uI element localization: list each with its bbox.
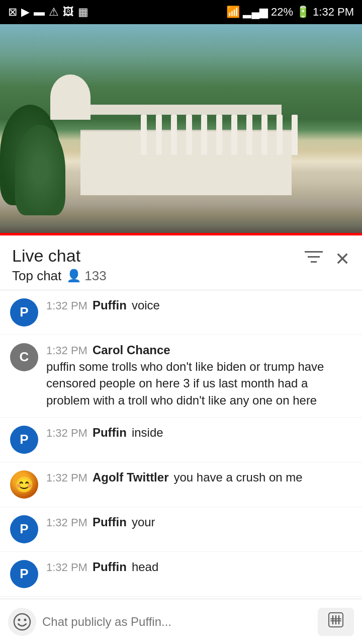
video-thumbnail[interactable] <box>0 24 362 235</box>
grid-icon: ▦ <box>78 6 88 19</box>
status-bar: ⊠ ▶ ▬ ⚠ 🖼 ▦ 📶 ▂▄▆ 22% 🔋 1:32 PM <box>0 0 362 24</box>
viewer-count: 👤 133 <box>66 268 106 284</box>
avatar: P <box>10 560 38 588</box>
chat-list: P 1:32 PM Puffin voice C 1:32 PM Carol C… <box>0 290 362 644</box>
battery-icon: 🔋 <box>296 6 310 19</box>
viewer-icon: 👤 <box>66 269 81 283</box>
message-text: puffin some trolls who don't like biden … <box>46 358 352 409</box>
message-meta: 1:32 PM Puffin inside <box>46 426 352 440</box>
chat-message: 😊 1:32 PM Agolf Twittler you have a crus… <box>0 462 362 507</box>
message-meta: 1:32 PM Agolf Twittler you have a crush … <box>46 470 352 485</box>
message-meta: 1:32 PM Puffin head <box>46 560 352 574</box>
svg-rect-2 <box>311 261 317 263</box>
avatar: P <box>10 298 38 327</box>
viewer-number: 133 <box>84 268 106 284</box>
message-author: Carol Chance <box>93 343 170 357</box>
send-icon <box>327 611 345 632</box>
message-author: Agolf Twittler <box>93 470 169 485</box>
message-time: 1:32 PM <box>46 516 87 529</box>
close-button[interactable]: ✕ <box>335 249 350 270</box>
chat-input-bar <box>0 599 362 644</box>
svg-point-4 <box>18 618 21 621</box>
chat-message: P 1:32 PM Puffin head <box>0 552 362 597</box>
message-body: 1:32 PM Agolf Twittler you have a crush … <box>46 470 352 485</box>
message-body: 1:32 PM Puffin inside <box>46 426 352 440</box>
message-body: 1:32 PM Puffin your <box>46 515 352 529</box>
message-time: 1:32 PM <box>46 299 87 312</box>
svg-point-3 <box>14 614 30 630</box>
chat-title: Live chat <box>12 246 107 266</box>
chat-title-area: Live chat Top chat 👤 133 <box>12 246 107 284</box>
m-icon: ⊠ <box>8 6 17 19</box>
filter-button[interactable] <box>305 249 323 269</box>
battery-percent: 22% <box>271 6 293 19</box>
message-meta: 1:32 PM Puffin your <box>46 515 352 529</box>
chat-input-field[interactable] <box>42 608 312 636</box>
message-text: inside <box>132 426 163 440</box>
chat-actions: ✕ <box>305 246 350 270</box>
message-text: head <box>132 560 158 574</box>
top-chat-label[interactable]: Top chat <box>12 268 61 284</box>
file-icon: ▬ <box>34 6 45 19</box>
chat-message: C 1:32 PM Carol Chance puffin some troll… <box>0 335 362 418</box>
message-author: Puffin <box>93 560 127 574</box>
status-icons: ⊠ ▶ ▬ ⚠ 🖼 ▦ <box>8 6 88 19</box>
chat-message: P 1:32 PM Puffin voice <box>0 290 362 335</box>
message-text: voice <box>132 298 160 312</box>
send-button[interactable] <box>318 608 354 636</box>
wh-roof <box>90 105 282 115</box>
signal-icon: ▂▄▆ <box>243 6 268 19</box>
whitehouse-building <box>40 95 362 195</box>
warning-icon: ⚠ <box>49 6 59 19</box>
video-background <box>0 24 362 235</box>
message-author: Puffin <box>93 426 127 440</box>
image-icon: 🖼 <box>63 6 74 19</box>
message-meta: 1:32 PM Carol Chance <box>46 343 352 357</box>
message-body: 1:32 PM Carol Chance puffin some trolls … <box>46 343 352 409</box>
chat-message: P 1:32 PM Puffin your <box>0 507 362 552</box>
clock: 1:32 PM <box>313 6 354 19</box>
play-icon: ▶ <box>21 6 30 19</box>
message-text: you have a crush on me <box>173 470 302 485</box>
chat-subtitle: Top chat 👤 133 <box>12 268 107 284</box>
message-author: Puffin <box>93 515 127 529</box>
message-text: your <box>132 515 155 529</box>
message-body: 1:32 PM Puffin voice <box>46 298 352 312</box>
chat-header: Live chat Top chat 👤 133 ✕ <box>0 235 362 290</box>
message-meta: 1:32 PM Puffin voice <box>46 298 352 312</box>
message-time: 1:32 PM <box>46 561 87 574</box>
message-time: 1:32 PM <box>46 471 87 485</box>
wh-columns <box>141 115 298 155</box>
message-time: 1:32 PM <box>46 344 87 357</box>
wh-main-building <box>80 130 292 195</box>
avatar-face: 😊 <box>10 470 38 499</box>
svg-rect-0 <box>305 251 323 253</box>
avatar: 😊 <box>10 470 38 499</box>
message-time: 1:32 PM <box>46 427 87 440</box>
message-body: 1:32 PM Puffin head <box>46 560 352 574</box>
video-progress-bar <box>0 233 362 235</box>
avatar: P <box>10 426 38 454</box>
svg-rect-1 <box>308 256 320 258</box>
avatar: P <box>10 515 38 543</box>
avatar: C <box>10 343 38 371</box>
message-author: Puffin <box>93 298 127 312</box>
wh-dome <box>50 74 90 120</box>
status-indicators: 📶 ▂▄▆ 22% 🔋 1:32 PM <box>226 6 354 19</box>
chat-message: P 1:32 PM Puffin inside <box>0 418 362 462</box>
wifi-icon: 📶 <box>226 6 240 19</box>
svg-point-5 <box>24 618 27 621</box>
emoji-button[interactable] <box>8 608 36 636</box>
